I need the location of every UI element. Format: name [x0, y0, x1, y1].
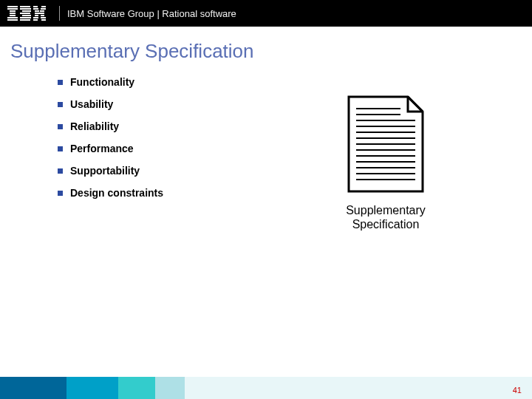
svg-rect-7	[20, 6, 30, 7]
svg-rect-2	[10, 10, 16, 12]
caption-line: Supplementary	[346, 204, 426, 216]
bullet-list: Functionality Usability Reliability Perf…	[0, 72, 532, 199]
ibm-logo-icon	[7, 6, 46, 21]
svg-rect-1	[7, 8, 18, 10]
svg-rect-23	[33, 17, 38, 18]
document-figure: Supplementary Specification	[346, 94, 426, 231]
list-item: Performance	[58, 143, 532, 154]
bullet-text: Supportability	[70, 165, 140, 177]
svg-rect-15	[41, 6, 46, 7]
svg-rect-3	[10, 13, 16, 14]
svg-rect-16	[33, 8, 38, 10]
svg-rect-8	[20, 8, 31, 10]
bullet-text: Functionality	[70, 76, 134, 88]
bullet-icon	[58, 146, 63, 151]
header-subtitle: IBM Software Group | Rational software	[67, 8, 236, 19]
svg-rect-17	[41, 8, 46, 10]
svg-rect-25	[33, 19, 38, 21]
svg-rect-11	[22, 15, 31, 16]
header-bar: IBM Software Group | Rational software	[0, 0, 532, 27]
list-item: Supportability	[58, 165, 532, 177]
svg-rect-6	[7, 19, 18, 21]
svg-rect-20	[35, 13, 44, 14]
bullet-icon	[58, 191, 63, 196]
svg-rect-21	[35, 15, 38, 16]
svg-rect-5	[7, 17, 18, 18]
svg-rect-24	[41, 17, 46, 18]
bullet-text: Reliability	[70, 120, 119, 132]
svg-rect-26	[41, 19, 46, 21]
svg-rect-19	[40, 10, 44, 12]
list-item: Design constraints	[58, 187, 532, 199]
bullet-text: Design constraints	[70, 187, 163, 199]
page-number: 41	[513, 386, 522, 395]
footer-segment	[155, 377, 185, 399]
header-separator	[59, 6, 60, 21]
list-item: Usability	[58, 98, 532, 110]
footer-segment	[66, 377, 118, 399]
page-title: Supplementary Specification	[0, 27, 532, 72]
svg-rect-14	[33, 6, 38, 7]
footer-segment	[118, 377, 155, 399]
svg-rect-12	[20, 17, 31, 18]
bullet-icon	[58, 102, 63, 107]
bullet-icon	[58, 168, 63, 174]
footer-segment	[185, 377, 532, 399]
footer-bar	[0, 377, 532, 399]
list-item: Functionality	[58, 76, 532, 88]
footer-segment	[0, 377, 66, 399]
document-caption: Supplementary Specification	[346, 203, 426, 231]
document-icon	[346, 94, 426, 194]
svg-rect-9	[22, 10, 31, 12]
bullet-icon	[58, 124, 63, 129]
bullet-text: Performance	[70, 143, 134, 154]
svg-rect-10	[20, 13, 30, 14]
caption-line: Specification	[352, 218, 420, 231]
svg-rect-18	[35, 10, 39, 12]
svg-rect-22	[41, 15, 44, 16]
bullet-text: Usability	[70, 98, 113, 110]
svg-rect-0	[7, 6, 18, 7]
svg-rect-13	[20, 19, 30, 21]
svg-rect-4	[10, 15, 16, 16]
list-item: Reliability	[58, 120, 532, 132]
bullet-icon	[58, 80, 63, 85]
